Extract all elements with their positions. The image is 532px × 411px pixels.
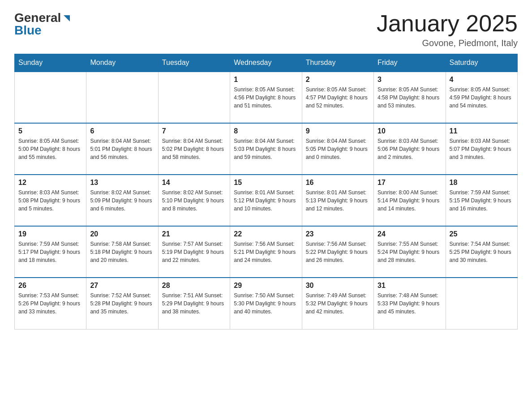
calendar-day-18: 18Sunrise: 7:59 AM Sunset: 5:15 PM Dayli… — [446, 175, 517, 226]
calendar-day-13: 13Sunrise: 8:02 AM Sunset: 5:09 PM Dayli… — [86, 175, 158, 226]
day-number: 27 — [90, 282, 154, 290]
calendar-day-15: 15Sunrise: 8:01 AM Sunset: 5:12 PM Dayli… — [230, 175, 302, 226]
day-number: 3 — [378, 76, 442, 84]
page-header: General Blue January 2025 Govone, Piedmo… — [0, 0, 532, 54]
calendar-day-31: 31Sunrise: 7:48 AM Sunset: 5:33 PM Dayli… — [374, 278, 446, 329]
day-number: 12 — [18, 179, 82, 187]
calendar-day-16: 16Sunrise: 8:01 AM Sunset: 5:13 PM Dayli… — [302, 175, 373, 226]
day-info: Sunrise: 7:57 AM Sunset: 5:19 PM Dayligh… — [162, 240, 226, 264]
calendar-day-25: 25Sunrise: 7:54 AM Sunset: 5:25 PM Dayli… — [446, 226, 517, 278]
calendar-day-7: 7Sunrise: 8:04 AM Sunset: 5:02 PM Daylig… — [158, 123, 230, 175]
calendar-day-21: 21Sunrise: 7:57 AM Sunset: 5:19 PM Dayli… — [158, 226, 230, 278]
day-info: Sunrise: 8:05 AM Sunset: 4:59 PM Dayligh… — [450, 86, 514, 110]
day-number: 4 — [450, 76, 514, 84]
calendar-header-saturday: Saturday — [446, 54, 517, 72]
calendar-header-wednesday: Wednesday — [230, 54, 302, 72]
day-info: Sunrise: 7:48 AM Sunset: 5:33 PM Dayligh… — [378, 291, 442, 316]
day-number: 19 — [18, 230, 82, 238]
month-title: January 2025 — [377, 11, 518, 36]
calendar-day-1: 1Sunrise: 8:05 AM Sunset: 4:56 PM Daylig… — [230, 72, 302, 123]
logo-triangle-icon — [62, 13, 72, 23]
calendar-week-row: 12Sunrise: 8:03 AM Sunset: 5:08 PM Dayli… — [15, 175, 518, 226]
svg-marker-0 — [64, 15, 70, 21]
calendar-day-3: 3Sunrise: 8:05 AM Sunset: 4:58 PM Daylig… — [374, 72, 446, 123]
day-info: Sunrise: 7:59 AM Sunset: 5:15 PM Dayligh… — [450, 188, 514, 213]
calendar-header-tuesday: Tuesday — [158, 54, 230, 72]
day-number: 2 — [306, 76, 370, 84]
day-number: 15 — [234, 179, 298, 187]
calendar-day-24: 24Sunrise: 7:55 AM Sunset: 5:24 PM Dayli… — [374, 226, 446, 278]
day-number: 11 — [450, 127, 514, 135]
day-number: 24 — [378, 230, 442, 238]
day-number: 8 — [234, 127, 298, 135]
calendar-day-2: 2Sunrise: 8:05 AM Sunset: 4:57 PM Daylig… — [302, 72, 373, 123]
day-info: Sunrise: 8:04 AM Sunset: 5:05 PM Dayligh… — [306, 137, 370, 161]
day-number: 17 — [378, 179, 442, 187]
calendar-day-12: 12Sunrise: 8:03 AM Sunset: 5:08 PM Dayli… — [15, 175, 86, 226]
calendar-day-19: 19Sunrise: 7:59 AM Sunset: 5:17 PM Dayli… — [15, 226, 86, 278]
calendar-empty-cell — [15, 72, 86, 123]
day-info: Sunrise: 7:54 AM Sunset: 5:25 PM Dayligh… — [450, 240, 514, 264]
day-info: Sunrise: 7:52 AM Sunset: 5:28 PM Dayligh… — [90, 291, 154, 316]
day-number: 9 — [306, 127, 370, 135]
day-number: 29 — [234, 282, 298, 290]
calendar-day-30: 30Sunrise: 7:49 AM Sunset: 5:32 PM Dayli… — [302, 278, 373, 329]
day-info: Sunrise: 8:02 AM Sunset: 5:10 PM Dayligh… — [162, 188, 226, 213]
calendar-header-monday: Monday — [86, 54, 158, 72]
calendar-day-28: 28Sunrise: 7:51 AM Sunset: 5:29 PM Dayli… — [158, 278, 230, 329]
location: Govone, Piedmont, Italy — [377, 38, 518, 48]
calendar-week-row: 19Sunrise: 7:59 AM Sunset: 5:17 PM Dayli… — [15, 226, 518, 278]
day-info: Sunrise: 8:04 AM Sunset: 5:03 PM Dayligh… — [234, 137, 298, 161]
calendar-day-26: 26Sunrise: 7:53 AM Sunset: 5:26 PM Dayli… — [15, 278, 86, 329]
day-number: 1 — [234, 76, 298, 84]
day-number: 16 — [306, 179, 370, 187]
day-number: 14 — [162, 179, 226, 187]
calendar-day-14: 14Sunrise: 8:02 AM Sunset: 5:10 PM Dayli… — [158, 175, 230, 226]
calendar-header-friday: Friday — [374, 54, 446, 72]
day-number: 6 — [90, 127, 154, 135]
day-info: Sunrise: 7:56 AM Sunset: 5:21 PM Dayligh… — [234, 240, 298, 264]
day-info: Sunrise: 7:53 AM Sunset: 5:26 PM Dayligh… — [18, 291, 82, 316]
calendar-day-5: 5Sunrise: 8:05 AM Sunset: 5:00 PM Daylig… — [15, 123, 86, 175]
day-info: Sunrise: 7:50 AM Sunset: 5:30 PM Dayligh… — [234, 291, 298, 316]
day-info: Sunrise: 7:56 AM Sunset: 5:22 PM Dayligh… — [306, 240, 370, 264]
calendar-empty-cell — [86, 72, 158, 123]
day-info: Sunrise: 7:58 AM Sunset: 5:18 PM Dayligh… — [90, 240, 154, 264]
calendar-header-thursday: Thursday — [302, 54, 373, 72]
day-number: 20 — [90, 230, 154, 238]
day-info: Sunrise: 7:55 AM Sunset: 5:24 PM Dayligh… — [378, 240, 442, 264]
calendar-empty-cell — [158, 72, 230, 123]
day-info: Sunrise: 8:05 AM Sunset: 4:56 PM Dayligh… — [234, 86, 298, 110]
day-info: Sunrise: 7:59 AM Sunset: 5:17 PM Dayligh… — [18, 240, 82, 264]
day-info: Sunrise: 8:00 AM Sunset: 5:14 PM Dayligh… — [378, 188, 442, 213]
day-number: 13 — [90, 179, 154, 187]
calendar-day-23: 23Sunrise: 7:56 AM Sunset: 5:22 PM Dayli… — [302, 226, 373, 278]
calendar-day-22: 22Sunrise: 7:56 AM Sunset: 5:21 PM Dayli… — [230, 226, 302, 278]
day-number: 22 — [234, 230, 298, 238]
calendar-day-11: 11Sunrise: 8:03 AM Sunset: 5:07 PM Dayli… — [446, 123, 517, 175]
calendar-week-row: 26Sunrise: 7:53 AM Sunset: 5:26 PM Dayli… — [15, 278, 518, 329]
day-number: 5 — [18, 127, 82, 135]
calendar-day-4: 4Sunrise: 8:05 AM Sunset: 4:59 PM Daylig… — [446, 72, 517, 123]
calendar-week-row: 1Sunrise: 8:05 AM Sunset: 4:56 PM Daylig… — [15, 72, 518, 123]
calendar-table: SundayMondayTuesdayWednesdayThursdayFrid… — [14, 54, 518, 330]
day-info: Sunrise: 8:01 AM Sunset: 5:13 PM Dayligh… — [306, 188, 370, 213]
day-info: Sunrise: 8:04 AM Sunset: 5:01 PM Dayligh… — [90, 137, 154, 161]
day-info: Sunrise: 8:03 AM Sunset: 5:06 PM Dayligh… — [378, 137, 442, 161]
calendar-day-10: 10Sunrise: 8:03 AM Sunset: 5:06 PM Dayli… — [374, 123, 446, 175]
calendar-day-9: 9Sunrise: 8:04 AM Sunset: 5:05 PM Daylig… — [302, 123, 373, 175]
day-info: Sunrise: 8:04 AM Sunset: 5:02 PM Dayligh… — [162, 137, 226, 161]
calendar-week-row: 5Sunrise: 8:05 AM Sunset: 5:00 PM Daylig… — [15, 123, 518, 175]
calendar-header-row: SundayMondayTuesdayWednesdayThursdayFrid… — [15, 54, 518, 72]
day-number: 31 — [378, 282, 442, 290]
calendar-day-20: 20Sunrise: 7:58 AM Sunset: 5:18 PM Dayli… — [86, 226, 158, 278]
day-info: Sunrise: 8:03 AM Sunset: 5:07 PM Dayligh… — [450, 137, 514, 161]
calendar-day-8: 8Sunrise: 8:04 AM Sunset: 5:03 PM Daylig… — [230, 123, 302, 175]
day-number: 10 — [378, 127, 442, 135]
day-number: 7 — [162, 127, 226, 135]
calendar-empty-cell — [446, 278, 517, 329]
day-info: Sunrise: 8:05 AM Sunset: 4:57 PM Dayligh… — [306, 86, 370, 110]
day-number: 28 — [162, 282, 226, 290]
day-info: Sunrise: 8:05 AM Sunset: 5:00 PM Dayligh… — [18, 137, 82, 161]
calendar-day-6: 6Sunrise: 8:04 AM Sunset: 5:01 PM Daylig… — [86, 123, 158, 175]
